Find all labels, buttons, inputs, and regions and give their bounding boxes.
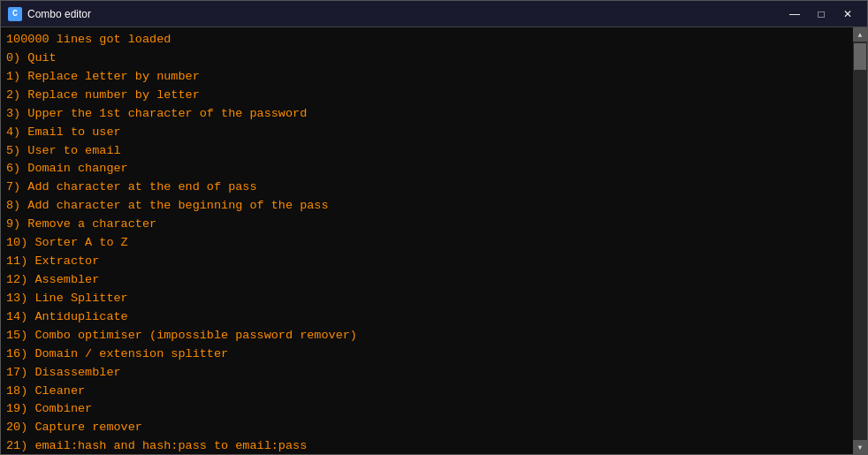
window-title: Combo editor [27, 8, 782, 20]
scroll-up-arrow[interactable]: ▲ [853, 27, 867, 42]
main-window: C Combo editor — □ ✕ 100000 lines got lo… [0, 0, 868, 455]
app-icon: C [8, 7, 22, 21]
maximize-button[interactable]: □ [809, 5, 834, 23]
scrollbar[interactable]: ▲ ▼ [853, 27, 867, 454]
title-bar: C Combo editor — □ ✕ [1, 1, 867, 27]
scroll-thumb[interactable] [854, 43, 866, 70]
content-area: 100000 lines got loaded 0) Quit 1) Repla… [1, 27, 867, 454]
terminal-output: 100000 lines got loaded 0) Quit 1) Repla… [1, 27, 853, 454]
scroll-track [853, 42, 867, 440]
minimize-button[interactable]: — [782, 5, 807, 23]
window-controls: — □ ✕ [782, 5, 860, 23]
close-button[interactable]: ✕ [835, 5, 860, 23]
scroll-down-arrow[interactable]: ▼ [853, 440, 867, 454]
